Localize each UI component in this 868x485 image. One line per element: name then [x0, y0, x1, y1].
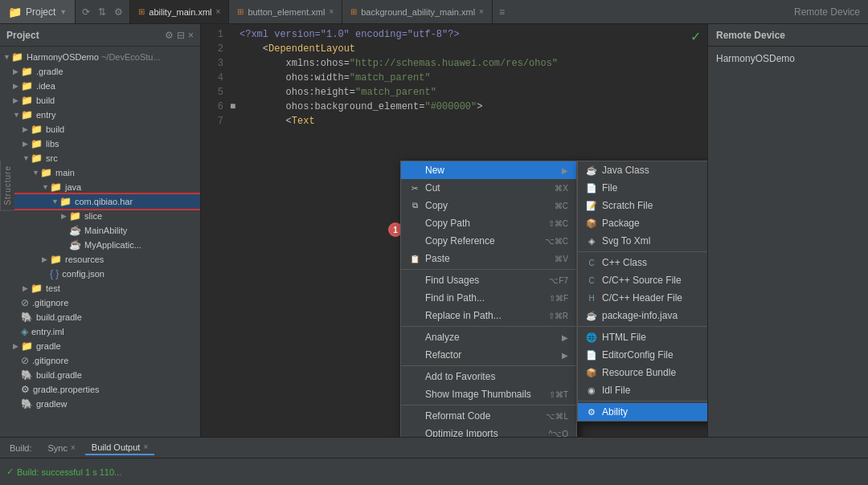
tree-item-root-buildgradle[interactable]: ▶ 🐘 build.gradle [0, 368, 200, 382]
sm-label: Package [602, 218, 640, 229]
cm-item-thumbnails[interactable]: Show Image Thumbnails ⇧⌘T [401, 385, 576, 403]
iml-icon: ◈ [21, 326, 28, 337]
sm-label: EditorConfig File [602, 349, 674, 361]
bottom-tab-build[interactable]: Build: [3, 442, 39, 454]
tree-item-gradle-hidden[interactable]: ▶ 📁 .gradle [0, 64, 200, 79]
tree-item-config[interactable]: ▶ { } config.json [0, 267, 200, 281]
close-tab-1[interactable]: × [216, 7, 221, 16]
cm-item-cut[interactable]: ✂ Cut ⌘X [401, 179, 576, 197]
more-tabs-icon[interactable]: ≡ [493, 6, 511, 18]
tree-item-root-gitignore[interactable]: ▶ ⊘ .gitignore [0, 353, 200, 368]
tree-item-main[interactable]: ▼ 📁 main [0, 165, 200, 180]
tab-background[interactable]: ⊞ background_ability_main.xml × [342, 0, 493, 23]
gear-icon[interactable]: ⚙ [165, 30, 174, 41]
item-label: slice [84, 211, 102, 221]
sidebar-controls[interactable]: ⚙ ⊟ × [165, 30, 194, 41]
arrow: ▶ [13, 67, 21, 75]
tree-item-gitignore1[interactable]: ▶ ⊘ .gitignore [0, 295, 200, 310]
tree-item-libs[interactable]: ▶ 📁 libs [0, 137, 200, 151]
ability-icon: ⚙ [586, 407, 597, 418]
code-line-6: 6 ■ ohos:background_element="#000000"> [201, 100, 707, 114]
arrow: ▶ [13, 96, 21, 104]
tree-item-java[interactable]: ▼ 📁 java [0, 180, 200, 194]
tree-item-com-qibiao[interactable]: ▼ 📁 com.qibiao.har [0, 194, 200, 209]
sm-item-javaclass[interactable]: ☕ Java Class [578, 161, 707, 179]
tree-item-iml[interactable]: ▶ ◈ entry.iml [0, 324, 200, 339]
bottom-tab-sync[interactable]: Sync × [42, 442, 82, 454]
tree-item-buildgradle1[interactable]: ▶ 🐘 build.gradle [0, 310, 200, 324]
close-sidebar-icon[interactable]: × [188, 30, 194, 41]
tree-item-entry[interactable]: ▼ 📁 entry [0, 108, 200, 122]
cm-item-new[interactable]: New ▶ [401, 161, 576, 179]
sm-item-pkginfojava[interactable]: ☕ package-info.java [578, 307, 707, 324]
sm-item-cppsource[interactable]: C C/C++ Source File [578, 271, 707, 289]
project-label: Project [26, 6, 55, 18]
layout-icon[interactable]: ⊟ [177, 30, 185, 41]
cm-label: Refactor [425, 349, 461, 361]
sm-item-cppheader[interactable]: H C/C++ Header File [578, 289, 707, 307]
project-tab[interactable]: 📁 Project ▼ [0, 0, 76, 23]
sm-item-file[interactable]: 📄 File [578, 179, 707, 197]
sm-item-editorconfig[interactable]: 📄 EditorConfig File [578, 346, 707, 364]
bottom-tab-buildoutput[interactable]: Build Output × [85, 441, 154, 455]
tree-item-src[interactable]: ▼ 📁 src [0, 151, 200, 165]
cm-item-copyref[interactable]: Copy Reference ⌥⌘C [401, 232, 576, 250]
cm-item-analyze[interactable]: Analyze ▶ [401, 328, 576, 346]
tree-item-myapp[interactable]: ▶ ☕ MyApplicatic... [0, 238, 200, 252]
cm-item-reformat[interactable]: Reformat Code ⌥⌘L [401, 407, 576, 425]
copy-icon: ⧉ [409, 201, 420, 210]
close-sync[interactable]: × [71, 443, 76, 452]
tab-label-2: button_element.xml [248, 7, 325, 17]
root-icon: 📁 [11, 51, 23, 63]
tab-label-3: background_ability_main.xml [361, 7, 475, 17]
refresh-icon[interactable]: ⟳ [82, 6, 90, 18]
sm-item-ability[interactable]: ⚙ Ability ▶ [578, 403, 707, 421]
cm-item-refactor[interactable]: Refactor ▶ [401, 346, 576, 364]
tree-item-gradleprops[interactable]: ▶ ⚙ gradle.properties [0, 382, 200, 397]
cm-item-paste[interactable]: 📋 Paste ⌘V [401, 250, 576, 267]
close-tab-2[interactable]: × [329, 7, 334, 16]
cm-item-copypath[interactable]: Copy Path ⇧⌘C [401, 214, 576, 232]
cm-label: Show Image Thumbnails [425, 389, 531, 400]
tab-ability-main[interactable]: ⊞ ability_main.xml × [130, 0, 229, 23]
cm-item-replaceinpath[interactable]: Replace in Path... ⇧⌘R [401, 307, 576, 324]
sm-item-svgtoxml[interactable]: ◈ Svg To Xml [578, 232, 707, 250]
sm-item-cppclass[interactable]: C C++ Class [578, 254, 707, 271]
cm-item-findusages[interactable]: Find Usages ⌥F7 [401, 271, 576, 289]
javaclass-icon: ☕ [586, 165, 597, 176]
close-buildoutput[interactable]: × [143, 442, 148, 451]
tree-root[interactable]: ▼ 📁 HarmonyOSDemo ~/DevEcoStu... [0, 50, 200, 64]
cm-item-optimizeimports[interactable]: Optimize Imports ^⌥O [401, 425, 576, 437]
settings-icon[interactable]: ⚙ [114, 6, 123, 18]
tree-item-build-root[interactable]: ▶ 📁 build [0, 93, 200, 108]
arrow: ▼ [32, 169, 40, 177]
structure-tab[interactable]: Structure [0, 161, 14, 211]
sm-item-package[interactable]: 📦 Package [578, 214, 707, 232]
close-tab-3[interactable]: × [479, 7, 484, 16]
tree-item-mainability[interactable]: ▶ ☕ MainAbility [0, 223, 200, 238]
tree-item-idea[interactable]: ▶ 📁 .idea [0, 79, 200, 93]
sm-item-scratch[interactable]: 📝 Scratch File ⇧⌘N [578, 197, 707, 214]
top-bar: 📁 Project ▼ ⟳ ⇅ ⚙ ⊞ ability_main.xml × ⊞… [0, 0, 868, 24]
cm-item-findinpath[interactable]: Find in Path... ⇧⌘F [401, 289, 576, 307]
tree-item-gradle-folder[interactable]: ▶ 📁 gradle [0, 339, 200, 353]
tree-item-slice[interactable]: ▶ 📁 slice [0, 209, 200, 223]
tree-item-resources[interactable]: ▶ 📁 resources [0, 252, 200, 267]
bottom-panel: Build: Sync × Build Output × ✓ Build: su… [0, 437, 868, 485]
cm-label: Copy [425, 200, 448, 211]
sm-item-resourcebundle[interactable]: 📦 Resource Bundle [578, 364, 707, 381]
tab-button-element[interactable]: ⊞ button_element.xml × [229, 0, 342, 23]
gradle-icon: 🐘 [21, 312, 33, 323]
context-menu: New ▶ ✂ Cut ⌘X ⧉ Copy ⌘C [400, 161, 577, 437]
sm-label: Resource Bundle [602, 367, 676, 378]
tree-item-gradlew[interactable]: ▶ 🐘 gradlew [0, 397, 200, 411]
cm-item-addtofav[interactable]: Add to Favorites [401, 368, 576, 385]
remote-device-header: Remote Device [708, 24, 868, 47]
sync-icon[interactable]: ⇅ [98, 6, 106, 18]
sm-item-idlfile[interactable]: ◉ Idl File [578, 381, 707, 399]
tree-item-entry-build[interactable]: ▶ 📁 build [0, 122, 200, 137]
cm-label: Paste [425, 253, 450, 264]
tree-item-test[interactable]: ▶ 📁 test [0, 281, 200, 295]
sm-item-htmlfile[interactable]: 🌐 HTML File [578, 328, 707, 346]
cm-item-copy[interactable]: ⧉ Copy ⌘C [401, 197, 576, 214]
